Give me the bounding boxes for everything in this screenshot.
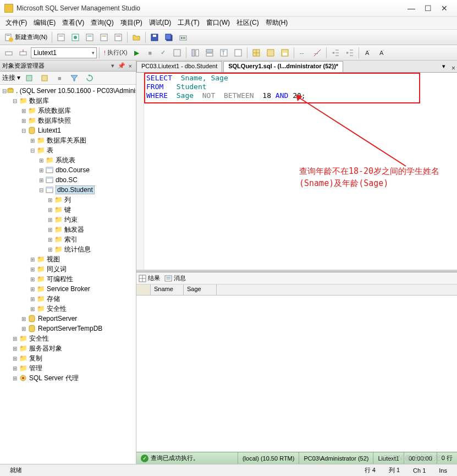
tree-broker[interactable]: Service Broker [47, 285, 90, 293]
maximize-button[interactable]: ☐ [420, 2, 436, 14]
tree-security[interactable]: 安全性 [29, 334, 49, 343]
tb-activity-icon[interactable] [177, 31, 190, 43]
close-panel-icon[interactable]: × [127, 63, 134, 69]
dropdown-icon[interactable]: ▾ [109, 62, 116, 69]
outdent-button[interactable] [343, 47, 356, 59]
grid-col-sname[interactable]: Sname [151, 284, 184, 295]
tree-toggle[interactable]: ⊟ [29, 147, 36, 154]
tree-tables[interactable]: 表 [47, 146, 53, 155]
tree-reportservertemp[interactable]: ReportServerTempDB [38, 325, 102, 332]
tree-toggle[interactable]: ⊞ [46, 227, 54, 233]
minimize-button[interactable]: — [403, 2, 420, 14]
menu-item[interactable]: 社区(C) [233, 17, 262, 29]
tree-management[interactable]: 管理 [29, 364, 42, 373]
sql-editor[interactable]: SELECT Sname, Sage FROM Student WHERE Sa… [136, 73, 457, 270]
tb-icon-2[interactable] [69, 31, 82, 43]
tree-toggle[interactable]: ⊞ [37, 177, 45, 183]
save-all-button[interactable] [162, 31, 175, 43]
tree-course[interactable]: dbo.Course [56, 166, 90, 174]
connect-icon-3[interactable]: ■ [53, 72, 65, 84]
tb-q-icon-4[interactable] [189, 47, 202, 59]
comment-button[interactable]: -- [296, 47, 310, 59]
tree-toggle[interactable]: ⊞ [37, 157, 45, 163]
tb-q-icon-3[interactable] [170, 47, 184, 59]
results-tab-messages[interactable]: 消息 [164, 274, 186, 282]
tree-toggle[interactable]: ⊞ [29, 266, 36, 272]
tree-toggle[interactable]: ⊞ [29, 296, 36, 302]
tree-toggle[interactable]: ⊞ [29, 306, 36, 312]
save-button[interactable] [148, 31, 161, 43]
tree-toggle[interactable]: ⊞ [20, 316, 27, 322]
tb-icon-1[interactable] [54, 31, 68, 43]
indent-button[interactable] [329, 47, 342, 59]
uncomment-button[interactable]: -- [311, 47, 324, 59]
tree-server-objects[interactable]: 服务器对象 [29, 344, 62, 353]
tb-q-icon-1[interactable] [2, 47, 15, 59]
tree-toggle[interactable]: ⊞ [29, 286, 36, 292]
tree-toggle[interactable]: ⊟ [11, 98, 19, 104]
tree-indexes[interactable]: 索引 [64, 235, 78, 244]
tb-icon-5[interactable] [112, 31, 125, 43]
tb-q-icon-6[interactable]: T [217, 47, 230, 59]
tree-programmability[interactable]: 可编程性 [47, 275, 73, 284]
tree-toggle[interactable]: ⊟ [2, 88, 7, 94]
new-query-button[interactable]: 新建查询(N) [2, 31, 49, 43]
results-tab-grid[interactable]: 结果 [139, 274, 160, 282]
tree-liutext1[interactable]: Liutext1 [38, 127, 61, 134]
tab-close-icon[interactable]: × [450, 64, 457, 72]
tree-sc[interactable]: dbo.SC [56, 176, 78, 184]
tree-toggle[interactable]: ⊞ [29, 276, 36, 282]
tree-toggle[interactable]: ⊞ [46, 247, 54, 253]
tree-root[interactable]: . (SQL Server 10.50.1600 - PC03\Administ [16, 87, 136, 95]
tree-constraints[interactable]: 约束 [64, 215, 78, 225]
tree-toggle[interactable]: ⊟ [20, 128, 27, 134]
tree-toggle[interactable]: ⊞ [37, 167, 45, 173]
open-button[interactable] [130, 31, 143, 43]
tree-synonyms[interactable]: 同义词 [47, 265, 67, 274]
tree-toggle[interactable]: ⊞ [11, 346, 19, 352]
tree-toggle[interactable]: ⊞ [29, 138, 36, 144]
stop-button[interactable]: ■ [144, 47, 156, 59]
menu-item[interactable]: 文件(F) [2, 17, 30, 29]
tree-storage[interactable]: 存储 [47, 294, 60, 304]
object-tree[interactable]: ⊟. (SQL Server 10.50.1600 - PC03\Adminis… [0, 85, 136, 464]
tb-icon-3[interactable] [83, 31, 96, 43]
tree-columns[interactable]: 列 [64, 195, 71, 205]
connect-button[interactable]: 连接 ▾ [2, 73, 20, 83]
grid-row-selector[interactable] [136, 284, 151, 295]
refresh-icon[interactable] [83, 72, 96, 84]
tree-toggle[interactable]: ⊞ [20, 118, 27, 124]
tb-icon-4[interactable] [97, 31, 111, 43]
pin-icon[interactable]: 📌 [116, 62, 127, 69]
tb-q-icon-7[interactable] [232, 47, 245, 59]
tree-triggers[interactable]: 触发器 [64, 225, 84, 234]
menu-item[interactable]: 帮助(H) [262, 17, 291, 29]
menu-item[interactable]: 工具(T) [174, 17, 202, 29]
connect-icon-2[interactable] [38, 72, 51, 84]
tree-sysdb[interactable]: 系统数据库 [38, 106, 71, 116]
tab-sqlquery[interactable]: SQLQuery1.sql - (l...dministrator (52))* [223, 61, 343, 72]
tab-student[interactable]: PC03.Liutext1 - dbo.Student [136, 61, 222, 72]
menu-item[interactable]: 窗口(W) [203, 17, 233, 29]
tree-views[interactable]: 视图 [47, 255, 60, 264]
tree-snapshots[interactable]: 数据库快照 [38, 116, 71, 125]
menu-item[interactable]: 查询(Q) [87, 17, 117, 29]
menu-item[interactable]: 查看(V) [59, 17, 87, 29]
results-grid[interactable]: Sname Sage [136, 284, 457, 452]
menu-item[interactable]: 项目(P) [117, 17, 146, 29]
tree-toggle[interactable]: ⊞ [46, 207, 54, 213]
execute-button[interactable]: ! 执行(X) [102, 47, 130, 59]
tree-keys[interactable]: 键 [64, 205, 71, 215]
tree-databases[interactable]: 数据库 [29, 96, 49, 106]
debug-button[interactable]: ▶ [131, 47, 143, 59]
tree-toggle[interactable]: ⊞ [46, 237, 54, 243]
tree-security-db[interactable]: 安全性 [47, 304, 67, 314]
results-grid-button[interactable] [250, 47, 263, 59]
tree-toggle[interactable]: ⊞ [11, 336, 19, 342]
filter-icon[interactable] [68, 72, 81, 84]
tree-toggle[interactable]: ⊞ [46, 217, 54, 223]
tb-q-icon-a[interactable]: Aˇ [361, 47, 375, 59]
tree-diagrams[interactable]: 数据库关系图 [47, 136, 86, 145]
menu-item[interactable]: 调试(D) [146, 17, 175, 29]
tree-toggle[interactable]: ⊞ [29, 256, 36, 262]
